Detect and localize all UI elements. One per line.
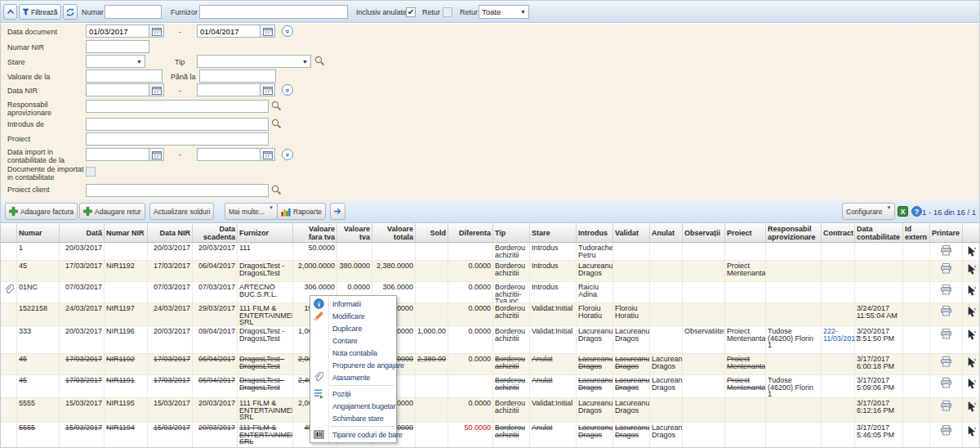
- menu-item[interactable]: Contare: [310, 334, 396, 347]
- retur-checkbox[interactable]: [443, 7, 452, 17]
- tip-select[interactable]: ▼: [197, 55, 311, 68]
- mai-multe-button[interactable]: Mai multe...▼: [225, 203, 278, 220]
- data-nir-to-input[interactable]: [197, 83, 261, 96]
- magnifier-icon[interactable]: [271, 101, 282, 111]
- rapoarte-button[interactable]: Rapoarte: [277, 203, 326, 220]
- configurare-button[interactable]: Configurare▼: [842, 203, 895, 220]
- data-nir-from-input[interactable]: [86, 83, 149, 96]
- adaugare-retur-button[interactable]: Adaugare retur: [79, 203, 145, 220]
- expand-dates-icon[interactable]: »: [282, 25, 293, 37]
- menu-item[interactable]: Schimbare stare: [310, 412, 396, 424]
- select-row-icon[interactable]: [966, 245, 978, 257]
- print-row-icon[interactable]: [940, 284, 952, 295]
- table-row[interactable]: 33320/03/2017NIR119620/03/201709/04/2017…: [1, 326, 980, 354]
- column-header-tip[interactable]: Tip: [493, 223, 530, 242]
- calendar-icon[interactable]: [261, 83, 275, 96]
- column-header-data_scadenta[interactable]: Data scadenta: [193, 223, 238, 242]
- column-header-val_fara_tva[interactable]: Valoare fara tva: [293, 223, 337, 242]
- column-header-introdus[interactable]: Introdus: [577, 223, 613, 242]
- retur-select[interactable]: Toate▼: [479, 5, 529, 19]
- column-header-stare[interactable]: Stare: [530, 223, 577, 242]
- data-document-to-input[interactable]: [197, 25, 261, 38]
- select-row-icon[interactable]: [966, 284, 978, 296]
- column-header-proiect[interactable]: Proiect: [725, 223, 766, 242]
- menu-item[interactable]: Modificare: [310, 310, 396, 322]
- calendar-icon[interactable]: [261, 148, 275, 161]
- column-header-val_totala[interactable]: Valoare totala: [372, 223, 416, 242]
- stare-select[interactable]: ▼: [86, 55, 145, 68]
- column-header-sold[interactable]: Sold: [416, 223, 448, 242]
- select-row-icon[interactable]: [966, 425, 978, 437]
- menu-item[interactable]: Atasamente: [310, 371, 396, 383]
- actualizare-solduri-button[interactable]: Actualizare solduri: [149, 203, 214, 220]
- data-document-from-input[interactable]: [86, 25, 149, 38]
- select-row-icon[interactable]: [966, 356, 978, 368]
- column-header-numar_nir[interactable]: Numar NIR: [105, 223, 148, 242]
- column-header-anulat[interactable]: Anulat: [650, 223, 683, 242]
- expand-dates-icon[interactable]: »: [282, 84, 293, 96]
- column-header-responsabil[interactable]: Responsabil aprovizionare: [766, 223, 822, 242]
- numar-input[interactable]: [105, 5, 162, 19]
- print-row-icon[interactable]: [940, 425, 952, 436]
- print-row-icon[interactable]: [940, 245, 952, 256]
- table-row[interactable]: 4517/03/2017NIR119217/03/201706/04/2017D…: [1, 354, 980, 375]
- magnifier-icon[interactable]: [271, 185, 282, 195]
- column-header-data_nir[interactable]: Data NIR: [148, 223, 193, 242]
- menu-item[interactable]: iInformatii: [310, 298, 396, 310]
- print-row-icon[interactable]: [940, 378, 952, 388]
- column-header-id_extern[interactable]: Id extern: [903, 223, 930, 242]
- menu-item[interactable]: Nota contabila: [310, 347, 396, 359]
- print-row-icon[interactable]: [940, 356, 952, 367]
- refresh-button[interactable]: [63, 4, 78, 20]
- adaugare-factura-button[interactable]: Adaugare factura: [5, 203, 78, 220]
- column-header-numar[interactable]: Numar: [17, 223, 60, 242]
- column-header-observatii[interactable]: Observații: [683, 223, 725, 242]
- table-row[interactable]: 4517/03/2017NIR119117/03/201706/04/2017D…: [1, 375, 980, 398]
- column-header-data_contabilitate[interactable]: Data contabilitate: [855, 223, 903, 242]
- menu-item[interactable]: Tiparire coduri de bare: [310, 428, 396, 441]
- proiect-client-input[interactable]: [86, 184, 269, 197]
- calendar-icon[interactable]: [149, 25, 164, 38]
- magnifier-icon[interactable]: [314, 56, 325, 66]
- rapoarte-run-button[interactable]: [330, 203, 345, 220]
- table-row[interactable]: 555515/03/2017NIR119415/03/201720/03/201…: [1, 423, 980, 448]
- proiect-input[interactable]: [86, 132, 269, 146]
- print-row-icon[interactable]: [940, 329, 952, 339]
- table-row[interactable]: 152215824/03/2017NIR119724/03/201729/03/…: [1, 303, 980, 326]
- responsabil-input[interactable]: [86, 100, 269, 113]
- column-header-contract[interactable]: Contract: [822, 223, 855, 242]
- menu-item[interactable]: Poziții: [310, 388, 396, 400]
- expand-dates-icon[interactable]: »: [282, 149, 293, 160]
- documente-importat-checkbox[interactable]: [86, 167, 96, 177]
- print-row-icon[interactable]: [940, 401, 952, 411]
- collapse-panel-button[interactable]: [3, 4, 17, 20]
- valoare-de-la-input[interactable]: [86, 69, 163, 83]
- select-row-icon[interactable]: [966, 378, 978, 389]
- calendar-icon[interactable]: [149, 83, 164, 96]
- numar-nir-input[interactable]: [86, 40, 149, 53]
- column-header-furnizor[interactable]: Furnizor: [238, 223, 293, 242]
- data-import-to-input[interactable]: [197, 148, 261, 161]
- column-header-diferenta[interactable]: Diferenta: [448, 223, 493, 242]
- print-row-icon[interactable]: [940, 306, 952, 316]
- column-header-data[interactable]: Dată: [60, 223, 105, 242]
- menu-item[interactable]: Propunere de angajare: [310, 359, 396, 371]
- print-row-icon[interactable]: [940, 263, 952, 274]
- column-header-printare[interactable]: Printare: [930, 223, 963, 242]
- data-import-from-input[interactable]: [86, 148, 149, 161]
- select-row-icon[interactable]: [966, 329, 978, 340]
- filtreaza-button[interactable]: Filtrează: [19, 4, 61, 20]
- select-row-icon[interactable]: [966, 306, 978, 317]
- table-row[interactable]: 120/03/201720/03/201720/03/201711150.000…: [1, 243, 980, 261]
- info-icon[interactable]: ?: [911, 206, 922, 217]
- calendar-icon[interactable]: [149, 148, 164, 161]
- introdus-de-input[interactable]: [86, 118, 269, 131]
- pana-la-input[interactable]: [199, 69, 276, 83]
- table-row[interactable]: 555515/03/2017NIR119515/03/201720/03/201…: [1, 398, 980, 423]
- magnifier-icon[interactable]: [271, 119, 282, 129]
- inclusiv-anulate-checkbox[interactable]: [406, 7, 416, 17]
- furnizor-input[interactable]: [199, 5, 348, 19]
- select-row-icon[interactable]: [966, 401, 978, 412]
- table-row[interactable]: 01NC07/03/201707/03/201707/03/2017ARTECN…: [1, 282, 980, 303]
- menu-item[interactable]: Duplicare: [310, 322, 396, 334]
